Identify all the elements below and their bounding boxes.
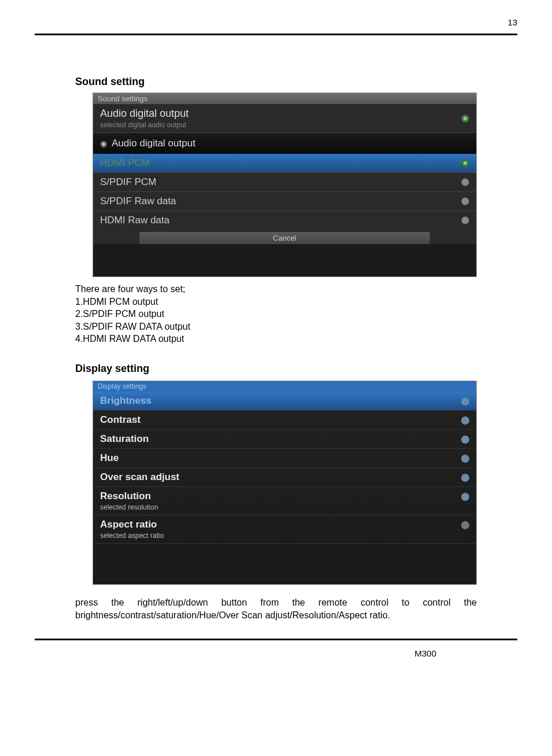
- sound-settings-screenshot: Sound settings Audio digital output sele…: [93, 93, 477, 277]
- row-brightness[interactable]: Brightness: [93, 392, 476, 411]
- arrow-icon: [461, 455, 469, 463]
- display-settings-title: Display settings: [93, 381, 476, 392]
- arrow-icon: [461, 493, 469, 501]
- display-settings-screenshot: Display settings Brightness Contrast Sat…: [93, 381, 477, 585]
- arrow-icon: [461, 521, 469, 529]
- radio-icon: [461, 197, 469, 205]
- audio-digital-output-row[interactable]: Audio digital output selected digital au…: [93, 104, 476, 133]
- dialog-title: Audio digital output: [112, 138, 196, 149]
- row-contrast[interactable]: Contrast: [93, 411, 476, 430]
- dialog-bullet-icon: [100, 138, 107, 149]
- arrow-icon: [461, 436, 469, 444]
- row-saturation[interactable]: Saturation: [93, 430, 476, 449]
- radio-icon: [461, 216, 469, 224]
- radio-icon: [461, 178, 469, 186]
- row-resolution[interactable]: Resolution selected resolution: [93, 487, 476, 515]
- dialog-options: HDMI PCM S/PDIF PCM S/PDIF Raw data HDMI…: [93, 154, 476, 230]
- radio-icon: [461, 159, 469, 167]
- footer-model: M300: [35, 648, 517, 658]
- audio-digital-output-sublabel: selected digital audio output: [100, 121, 189, 129]
- row-overscan[interactable]: Over scan adjust: [93, 468, 476, 487]
- row-aspect-ratio[interactable]: Aspect ratio selected aspect ratio: [93, 515, 476, 544]
- display-setting-heading: Display setting: [75, 363, 517, 375]
- page-number: 13: [507, 17, 517, 27]
- audio-digital-output-label: Audio digital output: [100, 108, 189, 119]
- sound-explain-text: There are four ways to set; 1.HDMI PCM o…: [75, 283, 477, 345]
- screenshot-empty-area: [93, 544, 476, 584]
- screenshot-empty-area: [93, 244, 476, 276]
- setting-indicator-icon: [461, 115, 469, 123]
- option-spdif-pcm[interactable]: S/PDIF PCM: [93, 173, 476, 192]
- arrow-icon: [461, 474, 469, 482]
- dialog-title-row: Audio digital output: [93, 133, 476, 154]
- bottom-rule: [35, 639, 517, 640]
- cancel-button[interactable]: Cancel: [139, 232, 430, 244]
- option-spdif-raw[interactable]: S/PDIF Raw data: [93, 192, 476, 211]
- arrow-icon: [461, 416, 469, 425]
- option-hdmi-pcm[interactable]: HDMI PCM: [93, 154, 476, 173]
- option-hdmi-raw[interactable]: HDMI Raw data: [93, 211, 476, 230]
- audio-output-dialog: Audio digital output HDMI PCM S/PDIF PCM…: [93, 133, 476, 244]
- sound-setting-heading: Sound setting: [75, 76, 517, 88]
- row-hue[interactable]: Hue: [93, 449, 476, 468]
- top-rule: [35, 34, 517, 35]
- sound-settings-title: Sound settings: [93, 93, 476, 104]
- display-explain-text: press the right/left/up/down button from…: [75, 596, 477, 621]
- document-page: 13 Sound setting Sound settings Audio di…: [0, 0, 552, 756]
- arrow-icon: [461, 397, 469, 405]
